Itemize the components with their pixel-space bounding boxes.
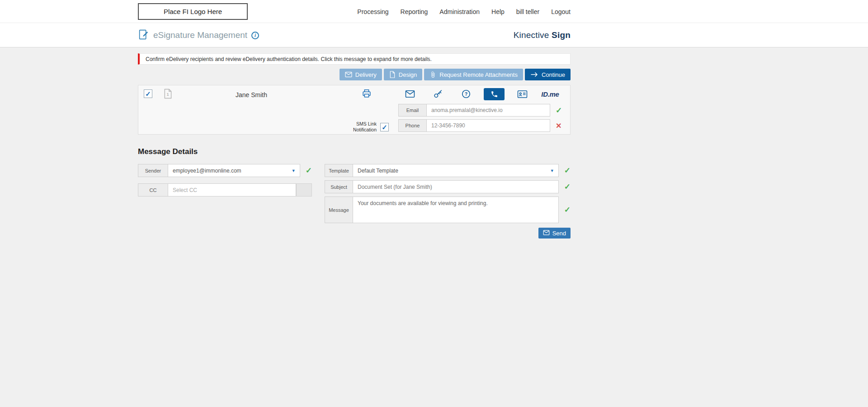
template-select-value: Default Template <box>358 168 398 174</box>
form-column-right: Template Default Template ▼ ✓ Subject ✓ … <box>325 164 571 239</box>
page-title: eSignature Management <box>153 30 247 40</box>
brand-name: Kinective <box>514 30 549 40</box>
kba-question-auth-icon[interactable]: ? <box>452 88 480 100</box>
print-icon[interactable] <box>362 89 372 100</box>
email-auth-icon[interactable] <box>396 88 424 100</box>
subject-input[interactable] <box>353 180 559 193</box>
brand-bold: Sign <box>552 30 571 40</box>
recipient-name: Jane Smith <box>197 91 306 98</box>
template-label: Template <box>325 164 353 177</box>
sender-select[interactable]: employee1@immonline.com ▼ <box>168 164 300 177</box>
delivery-button-label: Delivery <box>355 71 377 78</box>
svg-text:1: 1 <box>167 92 169 97</box>
send-envelope-icon <box>543 230 550 237</box>
sender-label: Sender <box>138 164 168 177</box>
send-row: Send <box>325 228 571 239</box>
message-textarea[interactable]: Your documents are available for viewing… <box>353 196 559 223</box>
message-row: Message Your documents are available for… <box>325 196 571 223</box>
sms-link-notification-label: SMS Link Notification <box>344 121 377 133</box>
design-button[interactable]: Design <box>384 69 422 80</box>
topbar: Place FI Logo Here Processing Reporting … <box>0 0 868 23</box>
nav-item-administration[interactable]: Administration <box>439 8 480 15</box>
send-button-label: Send <box>552 230 566 237</box>
phone-input[interactable] <box>426 119 550 132</box>
phone-auth-selected-box <box>484 88 505 100</box>
message-valid-check-icon: ✓ <box>564 205 571 215</box>
sms-link-notification-checkbox[interactable]: ✓ <box>380 123 389 131</box>
request-remote-attachments-button[interactable]: Request Remote Attachments <box>424 69 523 80</box>
email-input[interactable] <box>426 104 550 117</box>
email-field-row: Email ✓ <box>398 104 562 117</box>
message-details-form: Sender employee1@immonline.com ▼ ✓ CC Te… <box>138 164 571 239</box>
page-header: eSignature Management i Kinective Sign <box>0 23 868 47</box>
edelivery-alert-message[interactable]: Confirm eDelivery recipients and review … <box>138 53 571 65</box>
subject-label: Subject <box>325 180 353 193</box>
svg-text:?: ? <box>465 92 467 97</box>
main-content: Confirm eDelivery recipients and review … <box>0 47 868 239</box>
message-label: Message <box>325 196 353 223</box>
access-code-auth-icon[interactable] <box>424 88 452 100</box>
email-label: Email <box>398 104 427 117</box>
nav-item-logout[interactable]: Logout <box>551 8 571 15</box>
template-select[interactable]: Default Template ▼ <box>353 164 559 177</box>
template-row: Template Default Template ▼ ✓ <box>325 164 571 177</box>
phone-label: Phone <box>398 119 427 132</box>
sender-row: Sender employee1@immonline.com ▼ ✓ <box>138 164 312 177</box>
nav-item-username[interactable]: bill teller <box>516 8 539 15</box>
id-card-auth-icon[interactable] <box>508 88 536 100</box>
nav-item-help[interactable]: Help <box>491 8 505 15</box>
brand-logo: Kinective Sign <box>514 30 571 40</box>
subject-valid-check-icon: ✓ <box>564 182 571 192</box>
info-icon[interactable]: i <box>251 32 259 39</box>
cc-input[interactable] <box>168 183 296 196</box>
request-remote-attachments-label: Request Remote Attachments <box>439 71 518 78</box>
sender-valid-check-icon: ✓ <box>306 166 312 175</box>
design-button-label: Design <box>399 71 417 78</box>
arrow-right-icon <box>530 71 538 78</box>
message-details-heading: Message Details <box>138 147 571 156</box>
cc-picker-box[interactable] <box>296 183 312 196</box>
continue-button-label: Continue <box>542 71 565 78</box>
recipient-select-checkbox[interactable]: ✓ <box>144 89 152 98</box>
toolbar-actions: Delivery Design Request Remote Attachmen… <box>138 69 571 80</box>
paperclip-icon <box>429 71 436 78</box>
delivery-button[interactable]: Delivery <box>340 69 382 80</box>
cc-row: CC <box>138 183 312 196</box>
continue-button[interactable]: Continue <box>525 69 571 80</box>
sms-link-notification-group: SMS Link Notification ✓ <box>344 121 389 133</box>
esignature-icon <box>138 29 149 42</box>
send-button[interactable]: Send <box>538 228 571 239</box>
chevron-down-icon: ▼ <box>550 168 554 173</box>
phone-invalid-cross-icon: ✕ <box>556 122 561 130</box>
header-inner: eSignature Management i Kinective Sign <box>138 23 571 47</box>
phone-auth-icon-selected[interactable] <box>480 88 508 100</box>
nav-item-reporting[interactable]: Reporting <box>401 8 428 15</box>
document-icon <box>389 71 396 78</box>
top-navigation: Processing Reporting Administration Help… <box>357 8 571 15</box>
document-count-icon: 1 <box>164 89 172 101</box>
fi-logo-placeholder: Place FI Logo Here <box>138 3 248 20</box>
envelope-icon <box>345 71 352 78</box>
nav-item-processing[interactable]: Processing <box>357 8 388 15</box>
subject-row: Subject ✓ <box>325 180 571 193</box>
chevron-down-icon: ▼ <box>292 168 296 173</box>
form-column-left: Sender employee1@immonline.com ▼ ✓ CC <box>138 164 312 196</box>
idme-logo: ID.me <box>541 90 559 98</box>
idme-auth-icon[interactable]: ID.me <box>536 88 564 100</box>
template-valid-check-icon: ✓ <box>564 166 571 175</box>
email-valid-check-icon: ✓ <box>556 106 562 115</box>
authentication-methods: ? <box>396 88 564 100</box>
recipient-card: ✓ 1 Jane Smith <box>138 85 571 135</box>
title-group: eSignature Management i <box>138 29 259 42</box>
topbar-inner: Place FI Logo Here Processing Reporting … <box>138 0 571 23</box>
phone-field-row: Phone ✕ <box>398 119 561 132</box>
cc-label: CC <box>138 183 168 196</box>
sender-select-value: employee1@immonline.com <box>173 168 241 174</box>
